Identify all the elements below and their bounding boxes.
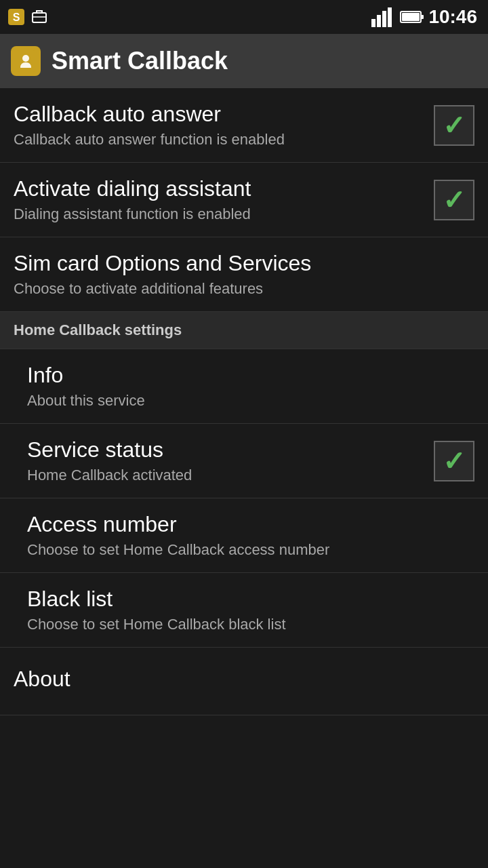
service-status-title: Service status — [27, 437, 434, 462]
activate-dialing-assistant-item[interactable]: Activate dialing assistant Dialing assis… — [0, 163, 488, 237]
black-list-item[interactable]: Black list Choose to set Home Callback b… — [0, 573, 488, 648]
callback-auto-answer-item[interactable]: Callback auto answer Callback auto answe… — [0, 88, 488, 163]
access-number-subtitle: Choose to set Home Callback access numbe… — [27, 541, 474, 559]
service-status-subtitle: Home Callback activated — [27, 467, 434, 484]
svg-rect-10 — [402, 13, 420, 21]
status-icons: 10:46 — [371, 6, 477, 28]
signal-icon — [371, 7, 396, 27]
sim-card-options-text: Sim card Options and Services Choose to … — [14, 251, 474, 298]
service-status-checkbox[interactable] — [434, 441, 474, 481]
sim-card-options-subtitle: Choose to activate additional features — [14, 280, 474, 298]
home-callback-settings-header: Home Callback settings — [0, 312, 488, 349]
notification-icon-2 — [30, 7, 49, 26]
svg-rect-7 — [388, 7, 392, 27]
app-bar: Smart Callback — [0, 34, 488, 88]
battery-icon — [400, 9, 424, 25]
sim-card-options-title: Sim card Options and Services — [14, 251, 474, 276]
svg-rect-4 — [371, 19, 375, 27]
callback-auto-answer-subtitle: Callback auto answer function is enabled — [14, 131, 434, 149]
service-status-item[interactable]: Service status Home Callback activated — [0, 424, 488, 498]
about-title: About — [14, 667, 474, 692]
activate-dialing-assistant-checkbox[interactable] — [434, 180, 474, 220]
callback-auto-answer-checkbox[interactable] — [434, 105, 474, 146]
about-text: About — [14, 667, 474, 696]
svg-rect-2 — [33, 13, 46, 22]
app-icon — [11, 46, 41, 76]
info-text: Info About this service — [27, 363, 474, 410]
info-item[interactable]: Info About this service — [0, 349, 488, 424]
service-status-text: Service status Home Callback activated — [27, 437, 434, 484]
activate-dialing-assistant-title: Activate dialing assistant — [14, 176, 434, 201]
callback-auto-answer-title: Callback auto answer — [14, 102, 434, 127]
svg-rect-6 — [382, 11, 386, 27]
status-time: 10:46 — [428, 6, 477, 28]
black-list-subtitle: Choose to set Home Callback black list — [27, 616, 474, 633]
access-number-item[interactable]: Access number Choose to set Home Callbac… — [0, 498, 488, 573]
activate-dialing-assistant-text: Activate dialing assistant Dialing assis… — [14, 176, 434, 223]
sim-card-options-item[interactable]: Sim card Options and Services Choose to … — [0, 237, 488, 312]
access-number-title: Access number — [27, 512, 474, 537]
svg-rect-9 — [421, 15, 424, 19]
svg-rect-5 — [377, 15, 381, 27]
app-title: Smart Callback — [52, 47, 228, 75]
main-content: Callback auto answer Callback auto answe… — [0, 88, 488, 715]
info-subtitle: About this service — [27, 392, 474, 410]
callback-auto-answer-text: Callback auto answer Callback auto answe… — [14, 102, 434, 149]
activate-dialing-assistant-subtitle: Dialing assistant function is enabled — [14, 205, 434, 223]
about-item[interactable]: About — [0, 648, 488, 715]
status-bar: S 10:46 — [0, 0, 488, 34]
svg-text:S: S — [13, 12, 20, 23]
black-list-title: Black list — [27, 587, 474, 612]
notification-icon-1: S — [7, 7, 26, 26]
section-header-label: Home Callback settings — [14, 321, 182, 338]
svg-point-12 — [22, 55, 29, 62]
black-list-text: Black list Choose to set Home Callback b… — [27, 587, 474, 633]
info-title: Info — [27, 363, 474, 388]
access-number-text: Access number Choose to set Home Callbac… — [27, 512, 474, 559]
